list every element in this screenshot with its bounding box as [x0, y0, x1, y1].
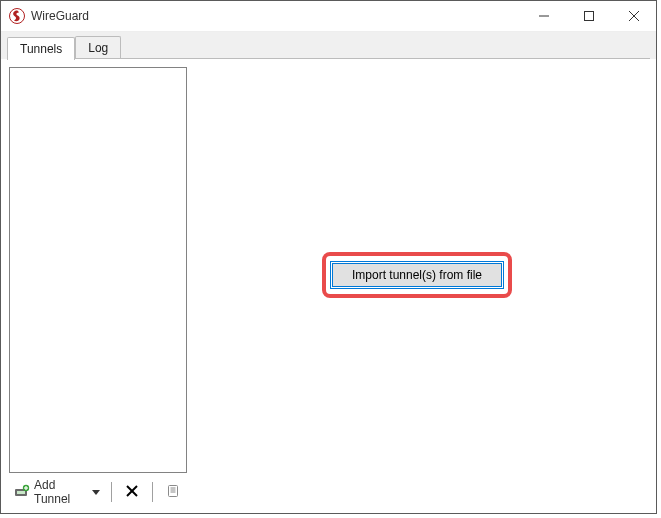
import-tunnels-button[interactable]: Import tunnel(s) from file — [332, 263, 502, 287]
export-tunnels-button[interactable] — [159, 481, 187, 503]
window-controls — [521, 1, 656, 31]
svg-rect-12 — [168, 485, 177, 496]
import-tunnels-label: Import tunnel(s) from file — [352, 268, 482, 282]
chevron-down-icon — [92, 485, 100, 499]
tunnel-list[interactable] — [9, 67, 187, 473]
svg-rect-2 — [584, 12, 593, 21]
content-area: Add Tunnel — [1, 59, 656, 513]
tab-tunnels[interactable]: Tunnels — [7, 37, 75, 60]
tab-log[interactable]: Log — [75, 36, 121, 59]
svg-rect-6 — [17, 491, 25, 494]
app-window: WireGuard Tunnels Log — [0, 0, 657, 514]
right-pane: Import tunnel(s) from file — [187, 67, 648, 505]
toolbar-separator-2 — [152, 482, 153, 502]
tabstrip: Tunnels Log — [1, 32, 656, 59]
menubar-area: Tunnels Log — [1, 32, 656, 58]
window-title: WireGuard — [31, 9, 89, 23]
export-icon — [166, 484, 180, 501]
add-tunnel-label: Add Tunnel — [34, 478, 86, 506]
add-tunnel-button[interactable]: Add Tunnel — [9, 480, 105, 504]
x-icon — [126, 485, 138, 500]
annotation-highlight: Import tunnel(s) from file — [322, 252, 512, 298]
minimize-button[interactable] — [521, 1, 566, 31]
tunnel-toolbar: Add Tunnel — [9, 479, 187, 505]
close-button[interactable] — [611, 1, 656, 31]
toolbar-separator — [111, 482, 112, 502]
maximize-button[interactable] — [566, 1, 611, 31]
delete-tunnel-button[interactable] — [118, 481, 146, 503]
left-pane: Add Tunnel — [9, 67, 187, 505]
titlebar: WireGuard — [1, 1, 656, 32]
add-tunnel-icon — [14, 484, 30, 501]
wireguard-icon — [9, 8, 25, 24]
